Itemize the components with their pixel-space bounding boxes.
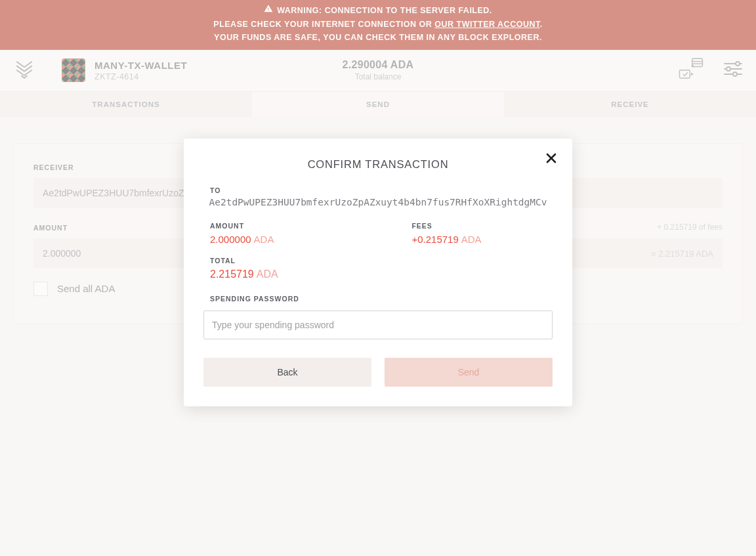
modal-title: CONFIRM TRANSACTION (203, 158, 553, 171)
modal-fees-label: FEES (411, 222, 481, 230)
modal-fees-value: +0.215719ADA (411, 234, 481, 245)
send-button[interactable]: Send (385, 358, 553, 387)
close-icon[interactable] (545, 152, 558, 165)
modal-total-label: TOTAL (210, 257, 553, 265)
password-label: SPENDING PASSWORD (210, 295, 553, 303)
modal-amount-label: AMOUNT (210, 222, 274, 230)
modal-amount-value: 2.000000ADA (210, 234, 274, 245)
modal-total-value: 2.215719ADA (210, 268, 553, 280)
modal-backdrop: CONFIRM TRANSACTION TO Ae2tdPwUPEZ3HUU7b… (0, 0, 756, 556)
back-button[interactable]: Back (203, 358, 371, 387)
modal-to-label: TO (210, 186, 553, 194)
modal-to-value: Ae2tdPwUPEZ3HUU7bmfexrUzoZpAZxuyt4b4bn7f… (203, 197, 553, 207)
spending-password-input[interactable] (203, 310, 553, 339)
confirm-modal: CONFIRM TRANSACTION TO Ae2tdPwUPEZ3HUU7b… (184, 139, 572, 406)
